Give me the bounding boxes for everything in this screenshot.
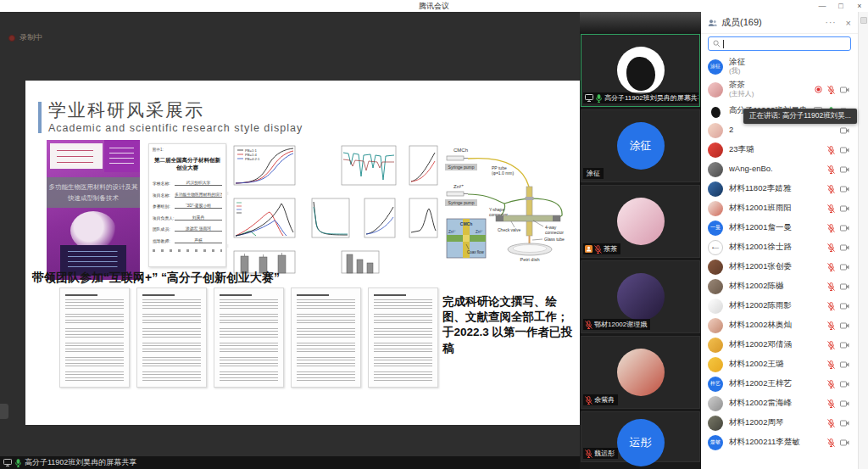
member-row[interactable]: 材料12002周琴 bbox=[701, 413, 858, 433]
maximize-button[interactable]: □ bbox=[836, 0, 846, 12]
member-name: 材料12002陈樾 bbox=[729, 282, 827, 291]
paper-note: 完成科研论文撰写、绘图、文献查阅全部工作；于2022.3 以第一作者已投稿 bbox=[442, 294, 576, 356]
member-row[interactable]: 材料12002雷海峰 bbox=[701, 394, 858, 413]
member-row[interactable]: 材料12002陈雨影 bbox=[701, 296, 858, 315]
video-thumbnail[interactable]: 余紫冉 bbox=[581, 336, 700, 409]
silhouette-avatar bbox=[711, 107, 721, 118]
mic-off-icon[interactable] bbox=[827, 360, 835, 369]
member-row[interactable]: 一曼 材料12001詹一曼 bbox=[701, 218, 858, 237]
member-status-icons bbox=[827, 360, 849, 369]
mic-off-icon[interactable] bbox=[827, 341, 835, 349]
video-thumbnail[interactable]: 高分子11902班刘昊冉的屏幕共享 bbox=[581, 34, 700, 107]
slide-title-accent-bar bbox=[38, 102, 42, 133]
member-name: wAng-enBo. bbox=[729, 165, 827, 174]
member-row[interactable]: 楚敏 材料1200211李楚敏 bbox=[701, 433, 858, 452]
close-button[interactable]: × bbox=[854, 0, 865, 12]
cam-icon[interactable] bbox=[840, 166, 849, 173]
member-row[interactable]: 材料12002林奥灿 bbox=[701, 315, 858, 335]
cam-icon[interactable] bbox=[840, 147, 849, 154]
cam-icon[interactable] bbox=[840, 439, 849, 446]
mic-off-icon[interactable] bbox=[827, 380, 835, 388]
mic-off-icon[interactable] bbox=[827, 165, 835, 174]
member-row[interactable]: 材料12001张创委 bbox=[701, 257, 858, 276]
cam-icon[interactable] bbox=[840, 87, 849, 93]
mic-off-icon[interactable] bbox=[827, 86, 835, 94]
screen-icon bbox=[585, 94, 593, 102]
member-status-icons bbox=[827, 204, 849, 213]
member-name: 材料12002周琴 bbox=[729, 418, 827, 427]
mic-off-icon[interactable] bbox=[827, 438, 835, 447]
member-avatar bbox=[708, 103, 723, 119]
cam-icon[interactable] bbox=[840, 303, 849, 310]
member-row[interactable]: 材料12002邓倩涵 bbox=[701, 335, 858, 355]
competition-form: 附件1: 第二届全国高分子材料创新创业大赛 学校名称:武汉纺织大学项目名称:多功… bbox=[148, 143, 226, 267]
mic-off-icon[interactable] bbox=[827, 399, 835, 408]
cam-icon[interactable] bbox=[840, 400, 849, 407]
cam-icon[interactable] bbox=[840, 361, 849, 368]
video-thumbnail[interactable]: 鄂材12002谢理娥 bbox=[581, 260, 700, 333]
member-avatar bbox=[708, 162, 723, 177]
mic-off-icon[interactable] bbox=[827, 419, 835, 427]
members-close-button[interactable]: × bbox=[846, 18, 851, 28]
cam-icon[interactable] bbox=[840, 127, 849, 134]
member-name: 材料1200211李楚敏 bbox=[729, 438, 827, 447]
members-more-button[interactable]: ··· bbox=[826, 18, 837, 27]
member-row[interactable]: 材料12002陈樾 bbox=[701, 276, 858, 296]
member-avatar bbox=[708, 299, 723, 314]
member-avatar: •— bbox=[708, 240, 723, 255]
member-row[interactable]: 梓艺 材料12002王梓艺 bbox=[701, 374, 858, 394]
video-thumbnail[interactable]: 涂征 涂征 bbox=[581, 109, 700, 182]
cam-icon[interactable] bbox=[840, 244, 849, 251]
member-row[interactable]: 茶茶 (主持人) bbox=[701, 78, 858, 101]
cam-icon[interactable] bbox=[840, 283, 849, 290]
mic-off-icon[interactable] bbox=[827, 204, 835, 213]
mic-off-icon[interactable] bbox=[827, 185, 835, 193]
cam-icon[interactable] bbox=[840, 420, 849, 427]
mic-off-icon[interactable] bbox=[827, 302, 835, 310]
member-row[interactable]: 材料12001班雨阳 bbox=[701, 198, 858, 218]
member-row[interactable]: wAng-enBo. bbox=[701, 159, 858, 179]
cam-icon[interactable] bbox=[840, 381, 849, 388]
mic-off-icon[interactable] bbox=[827, 146, 835, 154]
member-row[interactable]: 材料12002王璐 bbox=[701, 355, 858, 374]
video-thumbnail[interactable]: 运彤 魏运彤 bbox=[581, 411, 700, 462]
chart-late-peak bbox=[401, 195, 441, 244]
cam-icon[interactable] bbox=[840, 342, 849, 349]
svg-text:Syringe pump: Syringe pump bbox=[448, 200, 475, 205]
members-panel: 成员(169) ··· × 涂征 涂征 (我) 茶茶 (主持人) 高分子1190… bbox=[701, 12, 858, 469]
video-thumbnail[interactable]: 茶茶 bbox=[581, 185, 700, 258]
member-row[interactable]: 涂征 涂征 (我) bbox=[701, 55, 858, 78]
mic-off-icon[interactable] bbox=[827, 321, 835, 330]
member-row[interactable]: 材料11802李婧雅 bbox=[701, 179, 858, 198]
member-avatar bbox=[708, 82, 723, 98]
panel-collapse-button[interactable] bbox=[860, 17, 867, 24]
mic-off-icon[interactable] bbox=[827, 282, 835, 291]
svg-text:(φ=1.0 mm): (φ=1.0 mm) bbox=[492, 170, 514, 176]
member-name: 材料12002林奥灿 bbox=[729, 321, 827, 330]
form-attachment-tag: 附件1: bbox=[153, 148, 222, 152]
form-field: 团队成员:涂远宏 张雨珂 bbox=[153, 226, 222, 232]
participant-avatar: 运彤 bbox=[617, 419, 665, 466]
cam-icon[interactable] bbox=[840, 186, 849, 193]
sidebar-handle[interactable] bbox=[0, 404, 8, 419]
member-avatar bbox=[708, 260, 723, 275]
mic-off-icon[interactable] bbox=[827, 243, 835, 252]
minimize-button[interactable]: — bbox=[817, 0, 827, 12]
mic-off-icon[interactable] bbox=[827, 224, 835, 232]
cam-icon[interactable] bbox=[840, 322, 849, 329]
search-icon bbox=[713, 40, 721, 47]
member-status-icons bbox=[840, 127, 849, 134]
cam-icon[interactable] bbox=[840, 264, 849, 271]
member-row[interactable]: •— 材料12001徐士路 bbox=[701, 237, 858, 257]
svg-text:Petri dish: Petri dish bbox=[520, 257, 540, 262]
cam-icon[interactable] bbox=[840, 205, 849, 212]
member-name: 茶茶 bbox=[729, 81, 815, 90]
svg-text:PB=4:2:1: PB=4:2:1 bbox=[245, 157, 260, 161]
member-row[interactable]: 23李璐 bbox=[701, 140, 858, 159]
presentation-slide: 学业科研风采展示 Academic and scientific researc… bbox=[25, 81, 581, 425]
mic-off-icon[interactable] bbox=[827, 263, 835, 271]
member-status-icons bbox=[827, 263, 849, 271]
member-search-input[interactable] bbox=[708, 36, 851, 51]
cam-icon[interactable] bbox=[840, 225, 849, 232]
member-avatar bbox=[708, 181, 723, 197]
